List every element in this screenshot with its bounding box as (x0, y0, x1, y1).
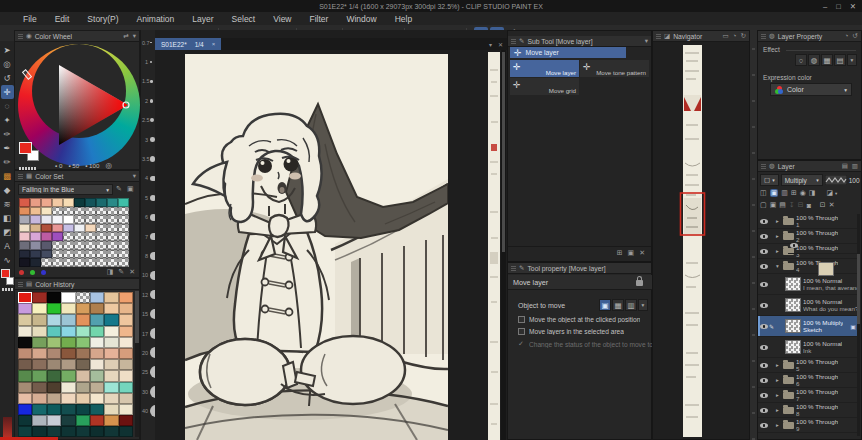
add-color-icon[interactable]: ◨ (107, 268, 114, 276)
close-button[interactable]: ✕ (850, 2, 856, 11)
menu-select[interactable]: Select (223, 14, 265, 24)
brush-size-7[interactable]: 7 (141, 227, 155, 246)
color-swatch[interactable] (18, 337, 32, 348)
option-move-the-object[interactable]: Move the object at the clicked position (518, 316, 653, 323)
color-swatch[interactable] (47, 348, 61, 359)
color-swatch[interactable] (47, 303, 61, 314)
color-swatch[interactable] (90, 359, 104, 370)
color-swatch[interactable] (74, 258, 85, 267)
color-swatch[interactable] (118, 224, 129, 233)
subtool-move-grid[interactable]: ✛Move grid (510, 78, 579, 95)
color-swatch[interactable] (32, 382, 46, 393)
color-swatch[interactable] (85, 215, 96, 224)
canvas-close-icon[interactable]: ✕ (498, 41, 503, 48)
color-swatch[interactable] (118, 241, 129, 250)
color-swatch[interactable] (74, 250, 85, 259)
menu-layer[interactable]: Layer (183, 14, 222, 24)
color-swatch[interactable] (96, 232, 107, 241)
color-swatch[interactable] (32, 370, 46, 381)
color-swatch[interactable] (32, 303, 46, 314)
color-swatch[interactable] (61, 382, 75, 393)
color-swatch[interactable] (63, 258, 74, 267)
color-swatch[interactable] (118, 207, 129, 216)
color-swatch[interactable] (85, 232, 96, 241)
expand-caret-icon[interactable]: ▸ (776, 407, 781, 413)
transparent-color-toggle[interactable] (2, 288, 13, 291)
expand-caret-icon[interactable]: ▸ (776, 248, 781, 254)
color-swatch[interactable] (96, 215, 107, 224)
effect-dropdown[interactable]: ▾ (847, 54, 857, 66)
color-swatch[interactable] (76, 382, 90, 393)
rotate-canvas-tool[interactable]: ↺ (1, 71, 14, 85)
color-swatch[interactable] (76, 326, 90, 337)
apply-mask-icon[interactable]: ⊡ (820, 201, 826, 209)
visibility-eye-icon[interactable] (760, 423, 768, 428)
color-swatch[interactable] (90, 326, 104, 337)
move-layer-tool[interactable]: ✛ (1, 85, 14, 99)
color-swatch[interactable] (18, 292, 32, 303)
layer-row-9[interactable]: ▸100 % Through9 (758, 418, 859, 433)
color-swatch[interactable] (85, 241, 96, 250)
auto-select-tool[interactable]: ✦ (1, 113, 14, 127)
color-swatch[interactable] (96, 224, 107, 233)
color-swatch[interactable] (41, 215, 52, 224)
color-swatch[interactable] (32, 292, 46, 303)
layer-row-I mean, that averance[interactable]: 100 % NormalI mean, that averance (758, 274, 859, 295)
opacity-slider[interactable] (825, 175, 847, 185)
color-swatch[interactable] (90, 382, 104, 393)
color-swatch[interactable] (18, 415, 32, 426)
layer-row-What do you mean?[interactable]: 100 % NormalWhat do you mean? (758, 295, 859, 316)
visibility-eye-icon[interactable] (760, 408, 768, 413)
menu-animation[interactable]: Animation (128, 14, 184, 24)
color-swatch[interactable] (61, 348, 75, 359)
zoom-out-icon[interactable]: ▭ (722, 32, 728, 40)
color-swatch[interactable] (52, 224, 63, 233)
expand-caret-icon[interactable]: ▸ (776, 218, 781, 224)
color-swatch[interactable] (30, 241, 41, 250)
navigator-thumbnail[interactable] (653, 43, 749, 439)
new-folder-icon[interactable]: ▤ (779, 201, 786, 209)
visibility-eye-icon[interactable] (790, 243, 798, 248)
visibility-eye-icon[interactable] (760, 234, 768, 239)
color-swatch[interactable] (119, 314, 133, 325)
menu-file[interactable]: File (14, 14, 46, 24)
color-swatch[interactable] (32, 359, 46, 370)
color-swatch[interactable] (104, 426, 118, 437)
color-swatch[interactable] (85, 224, 96, 233)
layer-mask-icon[interactable]: ◙ (807, 202, 811, 209)
background-color-swatch[interactable] (6, 277, 14, 285)
visibility-eye-icon[interactable] (760, 264, 768, 269)
layer-row-8[interactable]: ▸100 % Through8 (758, 403, 859, 418)
value-50[interactable]: ▪ 50 (68, 162, 79, 169)
color-set-select[interactable]: Falling in the Blue ▾ (18, 184, 113, 195)
color-swatch[interactable] (104, 404, 118, 415)
color-swatch[interactable] (47, 292, 61, 303)
color-swatch[interactable] (90, 348, 104, 359)
color-swatch[interactable] (104, 382, 118, 393)
color-swatch[interactable] (104, 337, 118, 348)
color-swatch[interactable] (76, 292, 90, 303)
color-swatch[interactable] (107, 241, 118, 250)
color-swatch[interactable] (90, 337, 104, 348)
layer-row-6[interactable]: ▸100 % Through6 (758, 373, 859, 388)
color-swatch[interactable] (85, 207, 96, 216)
color-swatch[interactable] (76, 370, 90, 381)
lock-transparent-icon[interactable]: ▥ (781, 189, 788, 197)
color-swatches[interactable] (1, 269, 14, 285)
expression-color-select[interactable]: Color ▾ (770, 83, 852, 96)
color-swatch[interactable] (18, 393, 32, 404)
value-100[interactable]: ▪ 100 (85, 162, 99, 169)
brush-size-1[interactable]: 1 (141, 52, 155, 71)
visibility-eye-icon[interactable] (760, 324, 768, 329)
new-raster-layer-icon[interactable]: ▢ (760, 201, 767, 209)
color-swatch[interactable] (74, 232, 85, 241)
color-swatch[interactable] (76, 303, 90, 314)
color-swatch[interactable] (90, 404, 104, 415)
new-vector-layer-icon[interactable]: ▣ (770, 201, 777, 209)
draft-icon[interactable]: ◨ (809, 189, 816, 197)
color-swatch[interactable] (52, 207, 63, 216)
color-swatch[interactable] (74, 215, 85, 224)
brush-size-0.7[interactable]: 0.7 (141, 33, 155, 52)
maximize-button[interactable]: □ (836, 2, 841, 11)
canvas-scrollbar[interactable] (501, 50, 506, 440)
